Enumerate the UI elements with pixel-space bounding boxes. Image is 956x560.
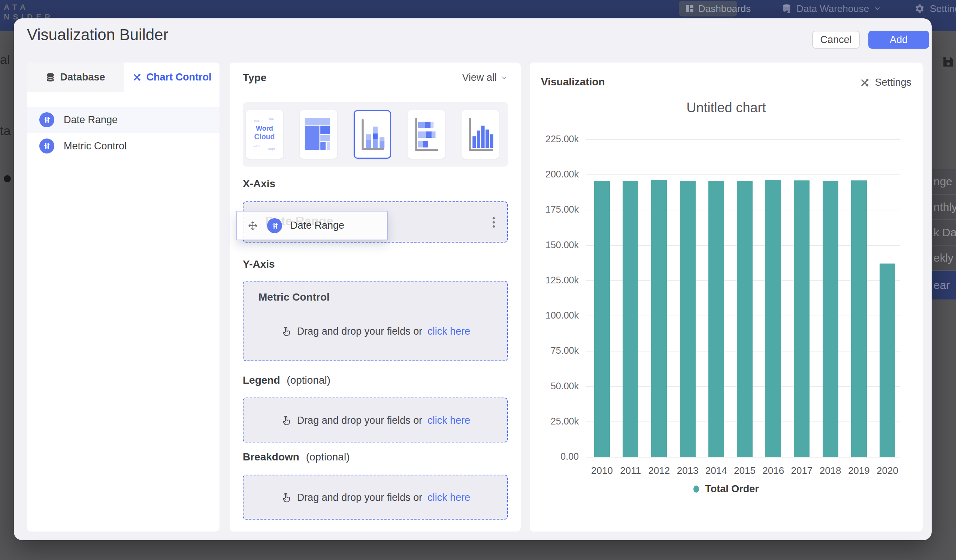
move-cursor-icon	[247, 220, 259, 232]
grid-line	[586, 139, 900, 140]
svg-text:stats: stats	[254, 119, 259, 122]
field-item-date-range[interactable]: Date Range	[27, 107, 220, 133]
x-axis-tick-label: 2020	[873, 465, 902, 477]
x-axis-more-menu[interactable]	[493, 215, 495, 229]
dashboards-grid-icon	[685, 4, 695, 14]
gear-icon	[914, 3, 925, 14]
chart-type-card-treemap[interactable]	[300, 110, 337, 159]
treemap-thumbnail-icon	[300, 110, 337, 159]
dropdown-option[interactable]: nthly	[932, 195, 956, 220]
dropdown-option-label: ekly	[932, 251, 953, 264]
x-axis-tick-label: 2019	[845, 465, 873, 477]
bar-2017	[794, 180, 810, 457]
dropzone-hint: Drag and drop your fields or click here	[244, 492, 507, 504]
occluded-text-fragment: al	[0, 52, 14, 67]
click-here-link[interactable]: click here	[428, 492, 470, 504]
x-axis-section-label: X-Axis	[243, 178, 275, 190]
y-axis-section-label: Y-Axis	[243, 258, 275, 270]
visualization-panel: Visualization Settings Untitled chart 22…	[530, 63, 923, 532]
y-axis-tick-label: 25.00k	[534, 416, 579, 427]
tools-icon	[859, 77, 870, 88]
chart-type-card-stacked-column[interactable]	[354, 110, 391, 159]
control-sliders-icon	[267, 218, 282, 233]
chart-legend[interactable]: Total Order	[530, 483, 923, 495]
legend-dropzone[interactable]: Drag and drop your fields or click here	[243, 398, 508, 442]
x-axis-tick-label: 2017	[788, 465, 816, 477]
svg-text:data: data	[269, 118, 274, 120]
visualization-settings-button[interactable]: Settings	[859, 77, 911, 88]
bar-2016	[765, 180, 781, 457]
visualization-builder-modal: Visualization Builder Cancel Add Databas…	[14, 18, 932, 540]
word-cloud-thumbnail-icon: WordCloudstatsdataordersinsight	[246, 110, 283, 159]
y-axis-tick-label: 125.00k	[534, 275, 579, 285]
x-axis-tick-label: 2011	[616, 465, 645, 477]
bar-2018	[822, 181, 838, 457]
bar-2012	[651, 180, 667, 457]
svg-text:insight: insight	[268, 147, 275, 151]
x-axis-tick-label: 2010	[588, 465, 616, 477]
click-here-link[interactable]: click here	[428, 415, 470, 427]
cancel-button[interactable]: Cancel	[812, 31, 860, 49]
svg-text:Cloud: Cloud	[254, 133, 275, 141]
nav-dashboards-label: Dashboards	[698, 3, 751, 15]
nav-settings[interactable]: Settings	[914, 0, 956, 17]
dropzone-hint: Drag and drop your fields or click here	[244, 326, 507, 337]
dropdown-option-label: nthly	[932, 201, 956, 213]
tab-chart-control[interactable]: Chart Control	[124, 63, 220, 92]
chart-type-card-word-cloud[interactable]: WordCloudstatsdataordersinsight	[246, 110, 283, 159]
dropzone-hint: Drag and drop your fields or click here	[244, 415, 507, 427]
click-here-link[interactable]: click here	[428, 326, 470, 337]
breakdown-section-label: Breakdown (optional)	[243, 451, 349, 463]
y-axis-dropzone[interactable]: Metric Control Drag and drop your fields…	[243, 281, 508, 361]
legend-color-dot	[693, 486, 699, 493]
view-all-button[interactable]: View all	[462, 72, 508, 83]
x-axis-tick-label: 2016	[759, 465, 788, 477]
dropdown-option[interactable]: nge	[932, 169, 956, 195]
visualization-settings-label: Settings	[875, 77, 911, 88]
bar-2010	[594, 181, 610, 457]
modal-title: Visualization Builder	[27, 26, 168, 44]
bar-2011	[623, 181, 638, 457]
view-all-label: View all	[462, 72, 497, 83]
dropdown-option-label: ear	[932, 279, 950, 292]
grid-line	[586, 174, 900, 175]
field-item-label: Metric Control	[64, 140, 127, 152]
type-section-label: Type	[243, 72, 266, 84]
dropdown-option-label: nge	[932, 175, 952, 188]
column-thumbnail-icon	[462, 110, 499, 159]
field-item-metric-control[interactable]: Metric Control	[27, 133, 220, 159]
dropdown-option[interactable]: ekly	[932, 246, 956, 271]
y-axis-tick-label: 225.00k	[534, 133, 579, 144]
legend-section-label: Legend (optional)	[243, 374, 330, 386]
tab-chart-control-label: Chart Control	[146, 72, 212, 83]
breakdown-dropzone[interactable]: Drag and drop your fields or click here	[243, 475, 508, 519]
control-sliders-icon	[39, 112, 54, 127]
dropdown-option-label: k Date	[932, 226, 956, 239]
nav-dashboards[interactable]: Dashboards	[679, 1, 737, 16]
chart-type-strip: WordCloudstatsdataordersinsight	[243, 102, 508, 166]
tab-database[interactable]: Database	[27, 63, 124, 92]
x-axis-tick-label: 2014	[702, 465, 731, 477]
stacked-bar-thumbnail-icon	[407, 110, 445, 159]
dropzone-hint-text: Drag and drop your fields or	[297, 415, 423, 427]
occluded-dropdown: ngenthlyk Dateeklyear	[932, 169, 956, 300]
chart-type-card-stacked-bar[interactable]	[407, 110, 445, 159]
nav-data-warehouse[interactable]: Data Warehouse	[781, 0, 881, 17]
dropzone-hint-text: Drag and drop your fields or	[297, 326, 423, 337]
bar-2013	[680, 181, 696, 457]
x-axis-tick-label: 2015	[731, 465, 759, 477]
chevron-down-icon	[500, 74, 508, 82]
x-axis-tick-label: 2018	[816, 465, 845, 477]
save-icon[interactable]	[941, 55, 955, 71]
fields-panel: Database Chart Control Date Range Metric…	[27, 63, 220, 532]
y-axis-field-label: Metric Control	[258, 291, 330, 303]
builder-panel: Type View all WordCloudstatsdataordersin…	[230, 63, 521, 532]
y-axis-tick-label: 100.00k	[534, 310, 579, 321]
chart-type-card-column[interactable]	[462, 110, 499, 159]
dropdown-option[interactable]: k Date	[932, 220, 956, 246]
data-warehouse-icon	[781, 3, 792, 14]
dragged-field-chip[interactable]: Date Range	[236, 211, 388, 240]
add-button[interactable]: Add	[868, 31, 929, 49]
legend-section-title: Legend	[243, 374, 280, 386]
dropdown-option[interactable]: ear	[932, 271, 956, 300]
